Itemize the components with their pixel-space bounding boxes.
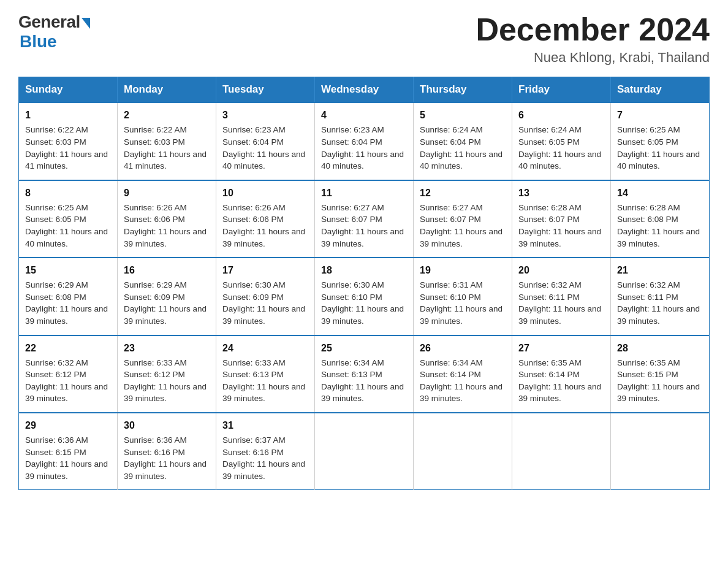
calendar-week-row: 15Sunrise: 6:29 AMSunset: 6:08 PMDayligh… [19, 258, 710, 335]
day-number: 9 [124, 186, 210, 200]
calendar-cell [414, 413, 512, 490]
calendar-cell: 13Sunrise: 6:28 AMSunset: 6:07 PMDayligh… [512, 180, 611, 258]
day-header-saturday: Saturday [611, 77, 710, 103]
location-text: Nuea Khlong, Krabi, Thailand [476, 50, 710, 66]
calendar-cell: 11Sunrise: 6:27 AMSunset: 6:07 PMDayligh… [315, 180, 414, 258]
day-number: 26 [420, 341, 506, 355]
day-number: 5 [420, 108, 506, 122]
calendar-cell: 23Sunrise: 6:33 AMSunset: 6:12 PMDayligh… [118, 335, 216, 413]
calendar-cell: 1Sunrise: 6:22 AMSunset: 6:03 PMDaylight… [19, 102, 118, 180]
day-number: 15 [25, 263, 111, 277]
day-number: 7 [617, 108, 703, 122]
title-section: December 2024 Nuea Khlong, Krabi, Thaila… [476, 12, 710, 66]
calendar-cell: 21Sunrise: 6:32 AMSunset: 6:11 PMDayligh… [611, 258, 710, 335]
day-number: 8 [25, 186, 111, 200]
day-number: 18 [321, 263, 407, 277]
calendar-cell: 31Sunrise: 6:37 AMSunset: 6:16 PMDayligh… [216, 413, 315, 490]
day-number: 24 [222, 341, 308, 355]
day-header-monday: Monday [118, 77, 216, 103]
calendar-cell: 5Sunrise: 6:24 AMSunset: 6:04 PMDaylight… [414, 102, 512, 180]
logo-arrow-icon [82, 18, 90, 29]
calendar-cell [611, 413, 710, 490]
day-number: 21 [617, 263, 703, 277]
day-number: 16 [124, 263, 210, 277]
day-header-friday: Friday [512, 77, 611, 103]
logo-general-text: General [18, 12, 80, 32]
day-number: 13 [518, 186, 604, 200]
calendar-cell: 8Sunrise: 6:25 AMSunset: 6:05 PMDaylight… [19, 180, 118, 258]
calendar-cell: 2Sunrise: 6:22 AMSunset: 6:03 PMDaylight… [118, 102, 216, 180]
day-number: 27 [518, 341, 604, 355]
day-header-tuesday: Tuesday [216, 77, 315, 103]
calendar-cell: 29Sunrise: 6:36 AMSunset: 6:15 PMDayligh… [19, 413, 118, 490]
day-number: 10 [222, 186, 308, 200]
calendar-cell: 10Sunrise: 6:26 AMSunset: 6:06 PMDayligh… [216, 180, 315, 258]
day-number: 22 [25, 341, 111, 355]
logo: General Blue [18, 12, 90, 52]
calendar-cell [315, 413, 414, 490]
calendar-header-row: SundayMondayTuesdayWednesdayThursdayFrid… [19, 77, 710, 103]
calendar-cell: 16Sunrise: 6:29 AMSunset: 6:09 PMDayligh… [118, 258, 216, 335]
day-number: 20 [518, 263, 604, 277]
page-header: General Blue December 2024 Nuea Khlong, … [18, 12, 710, 66]
calendar-cell: 18Sunrise: 6:30 AMSunset: 6:10 PMDayligh… [315, 258, 414, 335]
calendar-table: SundayMondayTuesdayWednesdayThursdayFrid… [18, 77, 710, 490]
calendar-cell: 7Sunrise: 6:25 AMSunset: 6:05 PMDaylight… [611, 102, 710, 180]
day-header-wednesday: Wednesday [315, 77, 414, 103]
day-number: 12 [420, 186, 506, 200]
calendar-week-row: 8Sunrise: 6:25 AMSunset: 6:05 PMDaylight… [19, 180, 710, 258]
day-number: 2 [124, 108, 210, 122]
day-number: 11 [321, 186, 407, 200]
logo-blue-text: Blue [20, 32, 57, 52]
calendar-cell: 24Sunrise: 6:33 AMSunset: 6:13 PMDayligh… [216, 335, 315, 413]
day-number: 28 [617, 341, 703, 355]
calendar-cell: 22Sunrise: 6:32 AMSunset: 6:12 PMDayligh… [19, 335, 118, 413]
calendar-cell: 19Sunrise: 6:31 AMSunset: 6:10 PMDayligh… [414, 258, 512, 335]
calendar-cell: 25Sunrise: 6:34 AMSunset: 6:13 PMDayligh… [315, 335, 414, 413]
calendar-cell: 27Sunrise: 6:35 AMSunset: 6:14 PMDayligh… [512, 335, 611, 413]
day-number: 3 [222, 108, 308, 122]
calendar-cell: 28Sunrise: 6:35 AMSunset: 6:15 PMDayligh… [611, 335, 710, 413]
month-title: December 2024 [476, 12, 710, 47]
day-number: 4 [321, 108, 407, 122]
calendar-cell: 30Sunrise: 6:36 AMSunset: 6:16 PMDayligh… [118, 413, 216, 490]
day-header-sunday: Sunday [19, 77, 118, 103]
calendar-cell: 3Sunrise: 6:23 AMSunset: 6:04 PMDaylight… [216, 102, 315, 180]
day-number: 31 [222, 418, 308, 432]
calendar-cell: 9Sunrise: 6:26 AMSunset: 6:06 PMDaylight… [118, 180, 216, 258]
calendar-cell: 20Sunrise: 6:32 AMSunset: 6:11 PMDayligh… [512, 258, 611, 335]
calendar-cell: 6Sunrise: 6:24 AMSunset: 6:05 PMDaylight… [512, 102, 611, 180]
calendar-cell: 4Sunrise: 6:23 AMSunset: 6:04 PMDaylight… [315, 102, 414, 180]
day-number: 17 [222, 263, 308, 277]
day-number: 1 [25, 108, 111, 122]
day-number: 30 [124, 418, 210, 432]
day-number: 23 [124, 341, 210, 355]
day-number: 19 [420, 263, 506, 277]
day-number: 6 [518, 108, 604, 122]
calendar-cell: 26Sunrise: 6:34 AMSunset: 6:14 PMDayligh… [414, 335, 512, 413]
calendar-cell: 15Sunrise: 6:29 AMSunset: 6:08 PMDayligh… [19, 258, 118, 335]
calendar-cell: 12Sunrise: 6:27 AMSunset: 6:07 PMDayligh… [414, 180, 512, 258]
calendar-week-row: 1Sunrise: 6:22 AMSunset: 6:03 PMDaylight… [19, 102, 710, 180]
day-number: 25 [321, 341, 407, 355]
day-number: 29 [25, 418, 111, 432]
calendar-cell: 14Sunrise: 6:28 AMSunset: 6:08 PMDayligh… [611, 180, 710, 258]
day-number: 14 [617, 186, 703, 200]
day-header-thursday: Thursday [414, 77, 512, 103]
calendar-week-row: 22Sunrise: 6:32 AMSunset: 6:12 PMDayligh… [19, 335, 710, 413]
calendar-cell [512, 413, 611, 490]
calendar-week-row: 29Sunrise: 6:36 AMSunset: 6:15 PMDayligh… [19, 413, 710, 490]
calendar-cell: 17Sunrise: 6:30 AMSunset: 6:09 PMDayligh… [216, 258, 315, 335]
